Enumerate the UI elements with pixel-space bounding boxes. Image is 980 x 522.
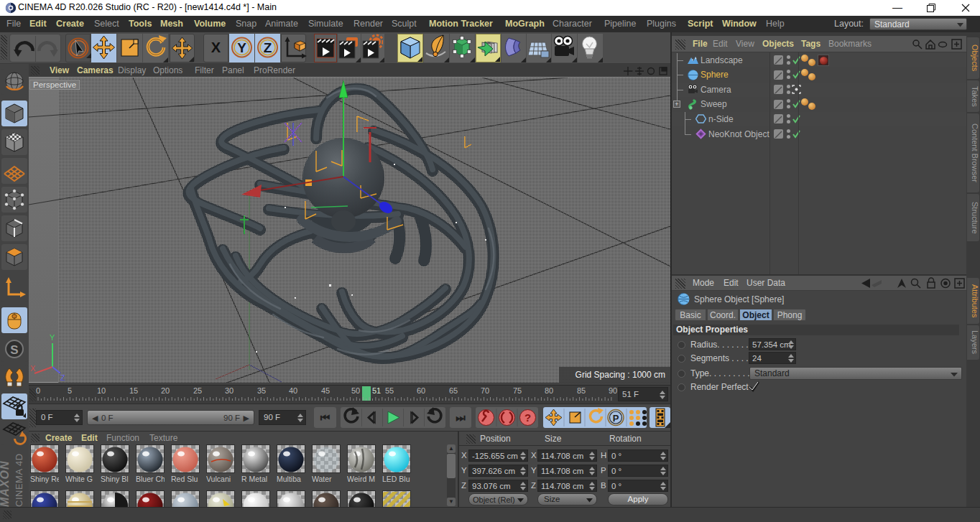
svg-text:30: 30 — [225, 386, 234, 395]
svg-text:51: 51 — [372, 386, 381, 395]
svg-text:40: 40 — [289, 386, 297, 395]
svg-text:90: 90 — [609, 386, 617, 395]
svg-text:25: 25 — [193, 386, 202, 395]
svg-text:45: 45 — [321, 386, 330, 395]
svg-text:35: 35 — [257, 386, 266, 395]
svg-text:75: 75 — [513, 386, 522, 395]
svg-text:10: 10 — [97, 386, 106, 395]
svg-text:80: 80 — [545, 386, 553, 395]
svg-text:P: P — [613, 413, 619, 424]
svg-text:65: 65 — [449, 386, 458, 395]
svg-text:60: 60 — [417, 386, 425, 395]
svg-text:?: ? — [524, 411, 531, 424]
svg-text:50: 50 — [351, 386, 360, 395]
svg-text:Z: Z — [60, 373, 65, 382]
svg-text:20: 20 — [161, 386, 170, 395]
svg-text:5: 5 — [68, 386, 72, 395]
svg-text:Grid Spacing : 1000 cm: Grid Spacing : 1000 cm — [575, 370, 665, 380]
svg-text:X: X — [30, 364, 36, 373]
svg-text:S: S — [10, 343, 18, 357]
svg-text:Y: Y — [237, 40, 246, 55]
svg-text:15: 15 — [129, 386, 138, 395]
svg-text:Z: Z — [264, 40, 272, 55]
svg-text:0: 0 — [36, 386, 40, 395]
svg-text:55: 55 — [385, 386, 394, 395]
svg-text:70: 70 — [481, 386, 489, 395]
svg-text:85: 85 — [577, 386, 586, 395]
svg-text:Y: Y — [50, 333, 55, 342]
